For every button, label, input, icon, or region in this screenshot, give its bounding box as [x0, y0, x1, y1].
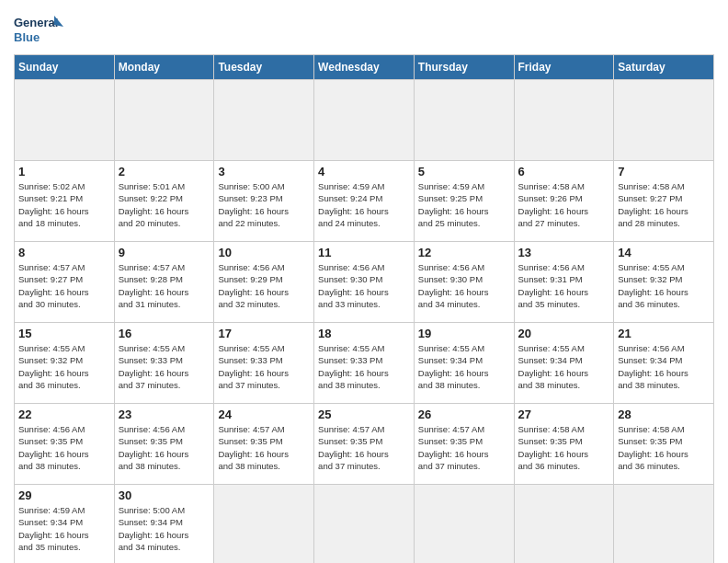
day-number: 26	[418, 408, 510, 421]
weekday-header-monday: Monday	[114, 55, 214, 80]
day-cell: 21Sunrise: 4:56 AM Sunset: 9:34 PM Dayli…	[614, 323, 714, 404]
day-cell: 1Sunrise: 5:02 AM Sunset: 9:21 PM Daylig…	[15, 161, 115, 242]
day-cell	[114, 80, 214, 161]
day-info: Sunrise: 4:56 AM Sunset: 9:35 PM Dayligh…	[119, 423, 210, 472]
calendar: SundayMondayTuesdayWednesdayThursdayFrid…	[14, 54, 714, 563]
day-cell	[614, 80, 714, 161]
weekday-header-sunday: Sunday	[15, 55, 115, 80]
day-cell: 13Sunrise: 4:56 AM Sunset: 9:31 PM Dayli…	[514, 242, 614, 323]
day-info: Sunrise: 4:57 AM Sunset: 9:27 PM Dayligh…	[18, 261, 110, 310]
day-number: 14	[618, 246, 710, 259]
day-number: 30	[119, 488, 210, 502]
day-cell: 23Sunrise: 4:56 AM Sunset: 9:35 PM Dayli…	[114, 404, 214, 485]
day-cell: 25Sunrise: 4:57 AM Sunset: 9:35 PM Dayli…	[314, 404, 415, 485]
day-cell	[514, 80, 614, 161]
day-number: 8	[18, 246, 110, 259]
svg-text:Blue: Blue	[14, 30, 40, 44]
day-info: Sunrise: 4:55 AM Sunset: 9:32 PM Dayligh…	[618, 261, 710, 310]
weekday-header-tuesday: Tuesday	[214, 55, 314, 80]
header: GeneralBlue	[14, 14, 714, 47]
day-cell: 8Sunrise: 4:57 AM Sunset: 9:27 PM Daylig…	[15, 242, 115, 323]
day-number: 19	[418, 327, 510, 340]
weekday-header-wednesday: Wednesday	[314, 55, 415, 80]
day-info: Sunrise: 4:57 AM Sunset: 9:35 PM Dayligh…	[318, 423, 410, 472]
day-number: 11	[318, 246, 410, 259]
day-number: 24	[218, 408, 310, 421]
day-info: Sunrise: 4:59 AM Sunset: 9:34 PM Dayligh…	[18, 504, 110, 553]
day-number: 13	[518, 246, 610, 259]
day-cell: 28Sunrise: 4:58 AM Sunset: 9:35 PM Dayli…	[614, 404, 714, 485]
day-number: 15	[18, 327, 110, 340]
day-info: Sunrise: 4:56 AM Sunset: 9:30 PM Dayligh…	[318, 261, 410, 310]
day-cell	[414, 80, 514, 161]
day-info: Sunrise: 4:56 AM Sunset: 9:29 PM Dayligh…	[218, 261, 310, 310]
day-cell	[614, 485, 714, 564]
day-number: 21	[618, 327, 710, 340]
day-cell: 26Sunrise: 4:57 AM Sunset: 9:35 PM Dayli…	[414, 404, 514, 485]
day-info: Sunrise: 4:57 AM Sunset: 9:35 PM Dayligh…	[418, 423, 510, 472]
day-number: 22	[18, 408, 110, 421]
day-cell: 14Sunrise: 4:55 AM Sunset: 9:32 PM Dayli…	[614, 242, 714, 323]
day-cell: 19Sunrise: 4:55 AM Sunset: 9:34 PM Dayli…	[414, 323, 514, 404]
logo-svg: GeneralBlue	[14, 14, 69, 47]
day-cell: 6Sunrise: 4:58 AM Sunset: 9:26 PM Daylig…	[514, 161, 614, 242]
weekday-header-thursday: Thursday	[414, 55, 514, 80]
day-info: Sunrise: 4:59 AM Sunset: 9:24 PM Dayligh…	[318, 180, 410, 229]
day-cell	[314, 80, 415, 161]
day-info: Sunrise: 4:55 AM Sunset: 9:34 PM Dayligh…	[518, 342, 610, 391]
day-info: Sunrise: 4:55 AM Sunset: 9:33 PM Dayligh…	[218, 342, 310, 391]
weekday-header-row: SundayMondayTuesdayWednesdayThursdayFrid…	[15, 55, 714, 80]
day-info: Sunrise: 5:00 AM Sunset: 9:34 PM Dayligh…	[119, 504, 210, 553]
day-cell: 7Sunrise: 4:58 AM Sunset: 9:27 PM Daylig…	[614, 161, 714, 242]
day-number: 18	[318, 327, 410, 340]
day-number: 23	[119, 408, 210, 421]
weekday-header-friday: Friday	[514, 55, 614, 80]
day-number: 10	[218, 246, 310, 259]
day-cell	[514, 485, 614, 564]
day-cell	[414, 485, 514, 564]
day-number: 2	[119, 165, 210, 178]
day-number: 3	[218, 165, 310, 178]
day-cell: 30Sunrise: 5:00 AM Sunset: 9:34 PM Dayli…	[114, 485, 214, 564]
day-info: Sunrise: 4:55 AM Sunset: 9:32 PM Dayligh…	[18, 342, 110, 391]
day-number: 16	[119, 327, 210, 340]
day-info: Sunrise: 4:55 AM Sunset: 9:34 PM Dayligh…	[418, 342, 510, 391]
day-cell: 24Sunrise: 4:57 AM Sunset: 9:35 PM Dayli…	[214, 404, 314, 485]
day-cell	[214, 80, 314, 161]
day-info: Sunrise: 4:58 AM Sunset: 9:35 PM Dayligh…	[518, 423, 610, 472]
day-number: 4	[318, 165, 410, 178]
day-info: Sunrise: 5:00 AM Sunset: 9:23 PM Dayligh…	[218, 180, 310, 229]
day-info: Sunrise: 4:56 AM Sunset: 9:34 PM Dayligh…	[618, 342, 710, 391]
week-row-5: 22Sunrise: 4:56 AM Sunset: 9:35 PM Dayli…	[15, 404, 714, 485]
day-number: 1	[18, 165, 110, 178]
day-cell: 29Sunrise: 4:59 AM Sunset: 9:34 PM Dayli…	[15, 485, 115, 564]
day-cell	[15, 80, 115, 161]
day-info: Sunrise: 4:57 AM Sunset: 9:35 PM Dayligh…	[218, 423, 310, 472]
day-number: 6	[518, 165, 610, 178]
day-number: 9	[119, 246, 210, 259]
day-cell: 3Sunrise: 5:00 AM Sunset: 9:23 PM Daylig…	[214, 161, 314, 242]
day-cell: 10Sunrise: 4:56 AM Sunset: 9:29 PM Dayli…	[214, 242, 314, 323]
day-cell: 4Sunrise: 4:59 AM Sunset: 9:24 PM Daylig…	[314, 161, 415, 242]
day-cell: 16Sunrise: 4:55 AM Sunset: 9:33 PM Dayli…	[114, 323, 214, 404]
day-info: Sunrise: 4:58 AM Sunset: 9:26 PM Dayligh…	[518, 180, 610, 229]
day-info: Sunrise: 4:56 AM Sunset: 9:31 PM Dayligh…	[518, 261, 610, 310]
weekday-header-saturday: Saturday	[614, 55, 714, 80]
day-cell: 18Sunrise: 4:55 AM Sunset: 9:33 PM Dayli…	[314, 323, 415, 404]
day-number: 7	[618, 165, 710, 178]
day-number: 12	[418, 246, 510, 259]
day-cell: 20Sunrise: 4:55 AM Sunset: 9:34 PM Dayli…	[514, 323, 614, 404]
day-info: Sunrise: 4:57 AM Sunset: 9:28 PM Dayligh…	[119, 261, 210, 310]
day-cell: 27Sunrise: 4:58 AM Sunset: 9:35 PM Dayli…	[514, 404, 614, 485]
day-cell: 15Sunrise: 4:55 AM Sunset: 9:32 PM Dayli…	[15, 323, 115, 404]
svg-text:General: General	[14, 16, 58, 29]
day-cell: 9Sunrise: 4:57 AM Sunset: 9:28 PM Daylig…	[114, 242, 214, 323]
day-info: Sunrise: 4:58 AM Sunset: 9:27 PM Dayligh…	[618, 180, 710, 229]
day-number: 27	[518, 408, 610, 421]
week-row-6: 29Sunrise: 4:59 AM Sunset: 9:34 PM Dayli…	[15, 485, 714, 564]
day-cell	[214, 485, 314, 564]
day-info: Sunrise: 4:55 AM Sunset: 9:33 PM Dayligh…	[318, 342, 410, 391]
day-cell: 5Sunrise: 4:59 AM Sunset: 9:25 PM Daylig…	[414, 161, 514, 242]
day-info: Sunrise: 5:02 AM Sunset: 9:21 PM Dayligh…	[18, 180, 110, 229]
day-info: Sunrise: 5:01 AM Sunset: 9:22 PM Dayligh…	[119, 180, 210, 229]
